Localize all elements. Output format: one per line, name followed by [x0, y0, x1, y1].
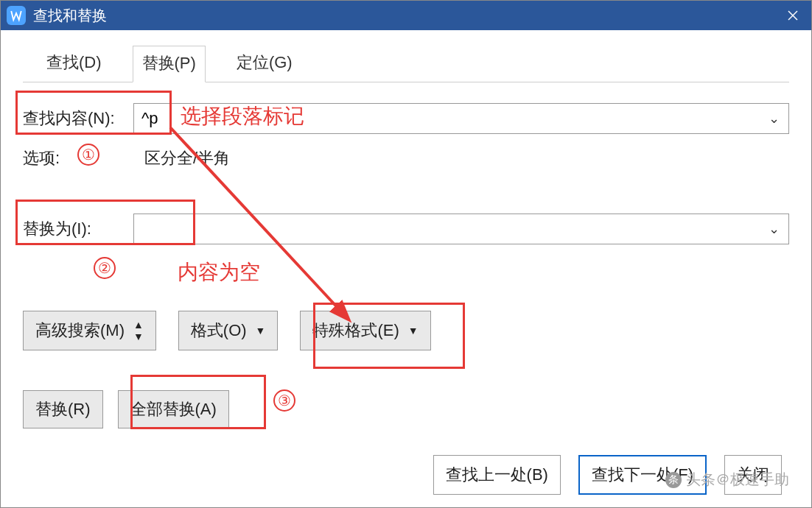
find-field-wrap: ⌄ [133, 103, 789, 134]
replace-label: 替换为(I): [23, 218, 133, 240]
app-icon [7, 6, 26, 25]
replace-input[interactable] [134, 219, 759, 239]
options-value: 区分全/半角 [144, 147, 230, 169]
chevron-down-icon: ▼ [256, 325, 266, 336]
close-button[interactable] [774, 1, 811, 30]
find-row: 查找内容(N): ⌄ [23, 103, 789, 134]
close-dialog-button[interactable]: 关闭 [724, 455, 782, 495]
replace-button[interactable]: 替换(R) [23, 390, 103, 428]
chevron-down-icon[interactable]: ⌄ [759, 221, 788, 237]
tab-find[interactable]: 查找(D) [38, 46, 111, 82]
advanced-search-label: 高级搜索(M) [35, 320, 125, 342]
format-label: 格式(O) [191, 320, 247, 342]
tab-replace[interactable]: 替换(P) [133, 46, 206, 82]
replace-field-wrap: ⌄ [133, 214, 789, 244]
navigation-button-row: 查找上一处(B) 查找下一处(F) 关闭 [23, 455, 789, 495]
dialog-title: 查找和替换 [33, 6, 774, 26]
advanced-search-button[interactable]: 高级搜索(M) ▲▼ [23, 311, 156, 350]
chevron-down-icon[interactable]: ⌄ [759, 110, 788, 127]
find-label: 查找内容(N): [23, 107, 133, 130]
find-next-button[interactable]: 查找下一处(F) [578, 455, 707, 495]
middle-button-row: 高级搜索(M) ▲▼ 格式(O) ▼ 特殊格式(E) ▼ [23, 311, 789, 350]
tab-strip: 查找(D) 替换(P) 定位(G) [23, 45, 789, 82]
options-label: 选项: [23, 147, 82, 169]
dialog-body: 查找(D) 替换(P) 定位(G) 查找内容(N): ⌄ 选项: 区分全/半角 … [1, 30, 811, 507]
updown-icon: ▲▼ [133, 319, 144, 342]
replace-row: 替换为(I): ⌄ [23, 214, 789, 244]
dialog-window: 查找和替换 查找(D) 替换(P) 定位(G) 查找内容(N): ⌄ 选项: 区… [0, 0, 812, 508]
find-prev-button[interactable]: 查找上一处(B) [433, 455, 561, 495]
titlebar: 查找和替换 [1, 1, 811, 30]
special-format-label: 特殊格式(E) [312, 320, 399, 342]
close-icon [787, 10, 799, 21]
find-input[interactable] [134, 109, 759, 128]
special-format-button[interactable]: 特殊格式(E) ▼ [300, 311, 430, 350]
replace-button-row: 替换(R) 全部替换(A) [23, 390, 789, 428]
tab-goto[interactable]: 定位(G) [228, 46, 301, 82]
options-row: 选项: 区分全/半角 [23, 147, 789, 169]
chevron-down-icon: ▼ [408, 325, 419, 336]
format-button[interactable]: 格式(O) ▼ [178, 311, 279, 350]
replace-all-button[interactable]: 全部替换(A) [118, 390, 229, 428]
